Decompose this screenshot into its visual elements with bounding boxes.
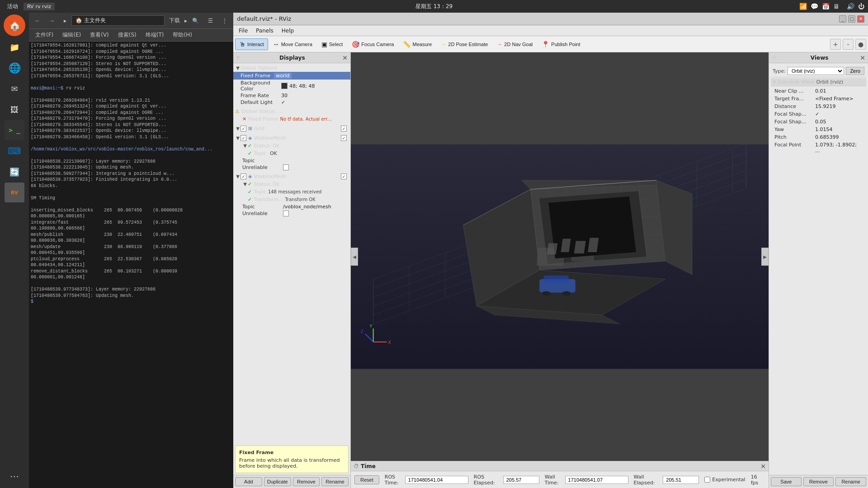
near-clip-label: Near Clip ... bbox=[774, 88, 815, 94]
menu-view[interactable]: 查看(V) bbox=[87, 30, 112, 40]
rviz-close-btn[interactable]: ✕ bbox=[857, 15, 864, 23]
grid-arrow: ▼ bbox=[235, 126, 241, 131]
focus-camera-btn[interactable]: 🎯 Focus Camera bbox=[348, 38, 398, 50]
sidebar-code[interactable]: ⌨ bbox=[5, 141, 24, 161]
menu-edit[interactable]: 编辑(E) bbox=[60, 30, 84, 40]
grid-row[interactable]: ▼ ⊞ Grid bbox=[233, 125, 350, 132]
view-prop-focal-shape1: Focal Shap... ✓ bbox=[771, 110, 866, 118]
interact-btn[interactable]: 🖱 Interact bbox=[235, 38, 268, 50]
frame-rate-row[interactable]: Frame Rate 30 bbox=[233, 92, 350, 99]
app-indicator: RV rv rviz bbox=[24, 3, 55, 10]
select-btn[interactable]: ▣ Select bbox=[317, 38, 347, 50]
rename-display-btn[interactable]: Rename bbox=[321, 477, 349, 486]
views-close[interactable]: ✕ bbox=[860, 54, 865, 61]
fixed-frame-row[interactable]: Fixed Frame world bbox=[233, 72, 350, 80]
2d-pose-btn[interactable]: → 2D Pose Estimate bbox=[437, 39, 492, 50]
voxblox1-row[interactable]: ▼ ◈ VoxbloxMesh bbox=[233, 134, 350, 142]
wall-time-input[interactable] bbox=[565, 476, 628, 484]
current-view-arrow: ▼ bbox=[773, 80, 776, 84]
sidebar-email[interactable]: ✉ bbox=[5, 79, 24, 99]
rviz-menu-help[interactable]: Help bbox=[278, 27, 297, 35]
zoom-out-btn[interactable]: - bbox=[843, 39, 854, 50]
voxblox2-status-row: ▼ ✓ Status: Ok bbox=[233, 180, 350, 188]
2d-nav-btn[interactable]: → 2D Nav Goal bbox=[493, 39, 537, 50]
sidebar-terminal[interactable]: > _ bbox=[5, 120, 24, 140]
rviz-menu-panels[interactable]: Panels bbox=[252, 27, 277, 35]
voxblox2-row[interactable]: ▼ ◈ VoxbloxMesh bbox=[233, 173, 350, 180]
nav-back[interactable]: ← bbox=[31, 16, 44, 26]
duplicate-display-btn[interactable]: Duplicate bbox=[264, 477, 291, 486]
voxblox2-unreliable-checkbox[interactable] bbox=[283, 211, 289, 216]
zoom-in-btn[interactable]: + bbox=[830, 39, 841, 50]
displays-close[interactable]: ✕ bbox=[342, 54, 348, 61]
menu-file[interactable]: 文件(F) bbox=[33, 30, 56, 40]
current-view-header[interactable]: ▼ Current View Orbit (rviz) bbox=[771, 78, 866, 86]
error-icon: ✕ bbox=[242, 116, 246, 122]
save-view-btn[interactable]: Save bbox=[771, 477, 802, 486]
voxblox1-checkbox[interactable] bbox=[241, 135, 246, 141]
term-line-25 bbox=[31, 281, 231, 287]
voxblox1-enabled-checkbox[interactable] bbox=[341, 135, 347, 141]
voxblox1-unreliable-row[interactable]: Unreliable bbox=[233, 164, 350, 171]
grid-checkbox[interactable] bbox=[241, 126, 246, 131]
reset-time-btn[interactable]: Reset bbox=[354, 475, 379, 484]
viewport-right-toggle[interactable]: ▶ bbox=[761, 248, 769, 266]
wall-elapsed-input[interactable] bbox=[663, 476, 699, 484]
menu-search[interactable]: 搜索(S) bbox=[115, 30, 139, 40]
ros-elapsed-input[interactable] bbox=[503, 476, 539, 484]
global-status-row[interactable]: ⚠ Global Status: ... bbox=[233, 108, 350, 115]
voxblox2-enabled-checkbox[interactable] bbox=[341, 174, 347, 179]
default-light-row[interactable]: Default Light ✓ bbox=[233, 99, 350, 106]
sidebar-apps[interactable]: ⋯ bbox=[5, 466, 24, 486]
view-zero-btn[interactable]: Zero bbox=[846, 67, 864, 75]
voxblox2-unreliable-row[interactable]: Unreliable bbox=[233, 210, 350, 217]
rename-view-btn[interactable]: Rename bbox=[835, 477, 866, 486]
voxblox1-topic-row: ✓ Topic OK bbox=[233, 150, 350, 157]
2d-nav-label: 2D Nav Goal bbox=[504, 42, 533, 47]
sidebar-home[interactable]: 🏠 bbox=[4, 14, 25, 36]
sidebar-files[interactable]: 📁 bbox=[5, 37, 24, 57]
rviz-center: X Y Z ◀ ▶ ⏱ bbox=[351, 52, 769, 488]
system-tray: 📶 💬 📅 🖥 🔊 ⏻ bbox=[799, 3, 864, 10]
add-display-btn[interactable]: Add bbox=[235, 477, 262, 486]
rviz-minimize-btn[interactable]: _ bbox=[839, 15, 846, 23]
voxblox1-unreliable-checkbox[interactable] bbox=[283, 164, 289, 170]
experimental-label[interactable]: Experimental bbox=[704, 477, 745, 483]
voxblox2-checkbox[interactable] bbox=[241, 174, 246, 179]
sidebar-sync[interactable]: 🔄 bbox=[5, 162, 24, 182]
ros-time-input[interactable] bbox=[405, 476, 468, 484]
voxblox2-topic-prop[interactable]: Topic /voblox_node/mesh bbox=[233, 203, 350, 210]
time-close[interactable]: ✕ bbox=[760, 463, 766, 470]
nav-fwd: ▸ bbox=[184, 18, 187, 24]
sidebar-photos[interactable]: 🖼 bbox=[5, 99, 24, 119]
global-options-row[interactable]: ▼ Global Options bbox=[233, 64, 350, 72]
term-line-5: [1710479554.285335130]: OpenGL device: l… bbox=[31, 67, 231, 73]
nav-location: 🏠 主文件夹 bbox=[71, 15, 165, 26]
grid-enabled-checkbox[interactable] bbox=[341, 126, 347, 131]
publish-point-btn[interactable]: 📍 Publish Point bbox=[538, 38, 584, 50]
sidebar-browser[interactable]: 🌐 bbox=[5, 58, 24, 78]
nav-parent[interactable]: ▸ bbox=[60, 16, 71, 26]
remove-display-btn[interactable]: Remove bbox=[293, 477, 320, 486]
nav-forward[interactable]: → bbox=[45, 16, 59, 26]
reset-view-btn[interactable]: ● bbox=[855, 39, 866, 50]
move-camera-btn[interactable]: ↔ Move Camera bbox=[269, 38, 316, 50]
viewport-3d[interactable]: X Y Z ◀ ▶ bbox=[351, 52, 769, 461]
bg-color-row[interactable]: Background Color 48; 48; 48 bbox=[233, 80, 350, 92]
menu-terminal[interactable]: 终端(T) bbox=[143, 30, 167, 40]
view-type-select[interactable]: Orbit (rviz) bbox=[788, 67, 844, 75]
viewport-left-toggle[interactable]: ◀ bbox=[351, 248, 358, 266]
rviz-maximize-btn[interactable]: □ bbox=[848, 15, 855, 23]
toolbar-toggle[interactable]: ☰ bbox=[204, 16, 217, 26]
search-btn[interactable]: 🔍 bbox=[188, 16, 203, 26]
more-btn[interactable]: ⋮ bbox=[218, 16, 231, 26]
menu-help[interactable]: 帮助(H) bbox=[170, 30, 194, 40]
remove-view-btn[interactable]: Remove bbox=[803, 477, 834, 486]
measure-btn[interactable]: 📏 Measure bbox=[399, 38, 436, 50]
focal-shape1-label: Focal Shap... bbox=[774, 111, 815, 117]
select-label: Select bbox=[329, 42, 343, 47]
rviz-menu-file[interactable]: File bbox=[235, 27, 251, 35]
sidebar-rviz[interactable]: RV bbox=[5, 183, 24, 202]
voxblox1-topic-prop[interactable]: Topic bbox=[233, 157, 350, 164]
experimental-checkbox[interactable] bbox=[704, 477, 710, 483]
